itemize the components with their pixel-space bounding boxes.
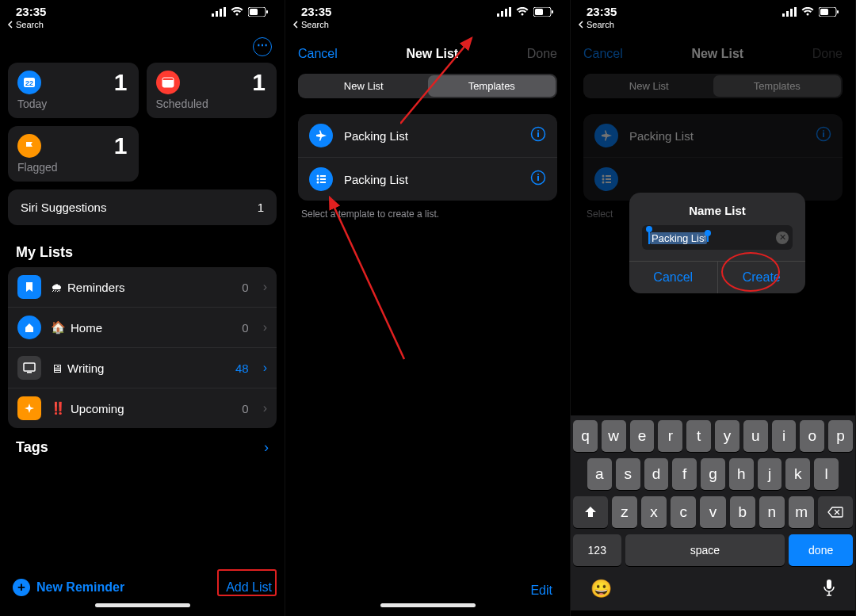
segmented-control[interactable]: New List Templates [298, 74, 557, 98]
key-d[interactable]: d [644, 458, 669, 490]
card-scheduled-count: 1 [252, 69, 266, 96]
list-bullet-icon [594, 167, 618, 191]
key-k[interactable]: k [785, 458, 810, 490]
key-x[interactable]: x [641, 496, 667, 528]
template-name: Packing List [344, 129, 519, 143]
segment-templates: Templates [713, 75, 842, 97]
alert-text-field[interactable]: .sel-handle:first-of-type::after{top:-8p… [642, 225, 793, 250]
done-button: Done [527, 47, 557, 61]
key-q[interactable]: q [573, 420, 598, 452]
done-key[interactable]: done [789, 534, 853, 566]
back-to-search[interactable]: Search [571, 18, 855, 34]
key-h[interactable]: h [729, 458, 754, 490]
key-z[interactable]: z [612, 496, 637, 528]
info-icon[interactable] [530, 170, 546, 189]
template-list: Packing List [583, 114, 843, 201]
keyboard-row-4: 123 space done [573, 534, 853, 566]
chevron-right-icon: › [263, 280, 267, 294]
keyboard[interactable]: qwertyuiop asdfghjkl zxcvbnm 123 space d… [571, 415, 855, 610]
back-to-search[interactable]: Search [285, 18, 570, 34]
key-m[interactable]: m [789, 496, 814, 528]
svg-rect-46 [606, 175, 611, 177]
svg-rect-27 [320, 178, 326, 180]
key-o[interactable]: o [800, 420, 824, 452]
space-key[interactable]: space [625, 534, 785, 566]
back-to-search[interactable]: Search [0, 18, 285, 34]
cellular-icon [782, 7, 797, 17]
key-r[interactable]: r [658, 420, 682, 452]
key-u[interactable]: u [743, 420, 768, 452]
list-row-writing[interactable]: 🖥Writing 48 › [8, 347, 277, 388]
new-reminder-button[interactable]: + New Reminder [13, 579, 124, 596]
template-row[interactable]: Packing List [298, 157, 557, 201]
svg-rect-2 [220, 9, 222, 17]
airplane-icon [594, 124, 618, 147]
numbers-key[interactable]: 123 [573, 534, 621, 566]
key-f[interactable]: f [672, 458, 697, 490]
siri-label: Siri Suggestions [21, 201, 106, 214]
display-icon [17, 356, 41, 380]
clear-text-icon[interactable]: ✕ [776, 231, 789, 244]
list-name: ‼️Upcoming [51, 401, 232, 415]
my-lists-heading: My Lists [0, 233, 285, 267]
siri-suggestions[interactable]: Siri Suggestions 1 [8, 189, 277, 225]
key-j[interactable]: j [758, 458, 782, 490]
card-scheduled[interactable]: 1 Scheduled [147, 63, 277, 118]
edit-button[interactable]: Edit [530, 583, 552, 598]
cancel-button: Cancel [583, 47, 623, 61]
card-today[interactable]: 22 1 Today [8, 63, 139, 118]
status-bar: 23:35 [285, 0, 570, 18]
svg-rect-29 [320, 182, 326, 183]
card-flagged-count: 1 [114, 132, 128, 159]
key-p[interactable]: p [828, 420, 853, 452]
list-row-upcoming[interactable]: ‼️Upcoming 0 › [8, 388, 277, 428]
more-button[interactable]: ⋯ [253, 37, 272, 56]
svg-rect-14 [497, 13, 499, 17]
screen-new-list-templates: 23:35 Search Cancel New List Done New Li… [285, 0, 571, 616]
alert-cancel-button[interactable]: Cancel [629, 262, 718, 293]
card-flagged[interactable]: 1 Flagged [8, 126, 139, 182]
key-i[interactable]: i [772, 420, 797, 452]
shift-key[interactable] [573, 496, 608, 528]
key-n[interactable]: n [759, 496, 785, 528]
key-v[interactable]: v [700, 496, 725, 528]
list-row-reminders[interactable]: 🌧Reminders 0 › [8, 267, 277, 307]
key-b[interactable]: b [730, 496, 755, 528]
svg-text:22: 22 [25, 79, 33, 87]
svg-rect-6 [266, 10, 268, 13]
tags-section[interactable]: Tags › [0, 428, 285, 467]
segment-templates[interactable]: Templates [428, 75, 556, 97]
dictation-key[interactable] [823, 579, 835, 601]
back-label: Search [301, 20, 329, 29]
key-l[interactable]: l [814, 458, 839, 490]
key-e[interactable]: e [630, 420, 655, 452]
key-y[interactable]: y [715, 420, 739, 452]
list-count: 0 [242, 402, 248, 415]
chevron-left-icon [292, 21, 300, 29]
key-w[interactable]: w [602, 420, 626, 452]
template-row[interactable]: Packing List [298, 114, 557, 157]
svg-point-28 [317, 182, 319, 184]
list-row-home[interactable]: 🏠Home 0 › [8, 307, 277, 347]
backspace-key[interactable] [818, 496, 853, 528]
cancel-button[interactable]: Cancel [298, 47, 338, 61]
key-a[interactable]: a [587, 458, 612, 490]
svg-rect-5 [250, 9, 258, 15]
key-t[interactable]: t [686, 420, 711, 452]
home-indicator[interactable] [380, 603, 476, 607]
status-time: 23:35 [16, 5, 46, 18]
home-icon [17, 316, 41, 339]
status-bar: 23:35 [571, 0, 855, 18]
key-c[interactable]: c [671, 496, 696, 528]
key-g[interactable]: g [701, 458, 725, 490]
home-indicator[interactable] [95, 603, 190, 607]
keyboard-row-3: zxcvbnm [573, 496, 853, 528]
info-icon[interactable] [530, 126, 546, 145]
segment-new-list[interactable]: New List [300, 75, 428, 97]
emoji-key[interactable]: 😀 [590, 579, 612, 601]
chevron-right-icon: › [263, 320, 267, 335]
list-name-input[interactable] [650, 232, 707, 244]
chevron-right-icon: › [263, 361, 267, 375]
key-s[interactable]: s [616, 458, 640, 490]
svg-rect-48 [606, 178, 611, 180]
